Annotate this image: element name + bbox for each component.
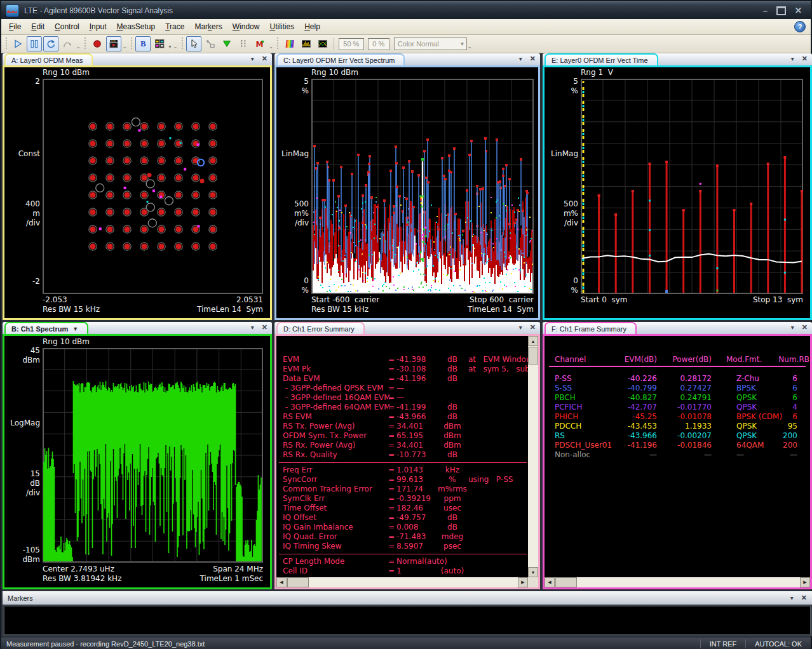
- move-trace-button[interactable]: [203, 36, 218, 51]
- error-summary-row: Time Offset=182.46usec: [276, 504, 528, 513]
- layout-dropdown-icon[interactable]: ▾: [168, 44, 171, 50]
- pause-button[interactable]: [27, 36, 42, 51]
- menu-item-help[interactable]: Help: [299, 20, 325, 33]
- tab-label: E: Layer0 OFDM Err Vect Time: [551, 57, 648, 64]
- spectrogram-icon: [301, 39, 311, 49]
- toolbar-drag-handle[interactable]: [180, 37, 184, 50]
- band-markers-button[interactable]: [236, 36, 251, 51]
- y-axis-scale-label: 500m%/div: [545, 199, 578, 228]
- group-overflow-icon[interactable]: ⌄: [468, 44, 472, 50]
- menu-item-window[interactable]: Window: [227, 20, 265, 33]
- toolbar-drag-handle[interactable]: [4, 37, 8, 50]
- peak-search-button[interactable]: [219, 36, 234, 51]
- scrollbar-thumb[interactable]: [555, 577, 577, 587]
- tab-ch1-spectrum[interactable]: B: Ch1 Spectrum▼: [4, 322, 88, 334]
- evm-time-plot[interactable]: [581, 79, 803, 294]
- constellation-plot[interactable]: [43, 79, 263, 294]
- display-layout-button[interactable]: [152, 36, 167, 51]
- menu-item-trace[interactable]: Trace: [160, 20, 189, 33]
- menu-item-control[interactable]: Control: [50, 20, 85, 33]
- panel-minimize-icon[interactable]: ▾: [251, 324, 254, 331]
- zoom-percent-field[interactable]: 50 %: [339, 38, 364, 50]
- band-lines-icon: [238, 39, 248, 49]
- tab-ch1-frame-summary[interactable]: F: Ch1 Frame Summary: [545, 322, 637, 334]
- maximize-icon[interactable]: [776, 6, 786, 15]
- play-button[interactable]: [10, 36, 25, 51]
- marker-button[interactable]: M: [252, 36, 267, 51]
- minimize-icon[interactable]: –: [763, 6, 768, 15]
- group-overflow-icon[interactable]: ⌄: [269, 44, 273, 50]
- offset-percent-field[interactable]: 0 %: [368, 38, 389, 50]
- scrollbar-thumb[interactable]: [287, 577, 309, 587]
- x-axis-right-label: Stop 13 sym: [753, 295, 803, 304]
- eye-diagram-button[interactable]: [315, 36, 330, 51]
- panel-minimize-icon[interactable]: ▾: [791, 324, 794, 331]
- toolbar-drag-handle[interactable]: [130, 37, 133, 50]
- panel-close-icon[interactable]: ✕: [262, 55, 267, 63]
- toolbar-separator: [334, 37, 334, 50]
- menu-item-file[interactable]: File: [4, 20, 26, 33]
- panel-close-icon[interactable]: ✕: [262, 323, 267, 331]
- toolbar-drag-handle[interactable]: [276, 37, 280, 50]
- panel-minimize-icon[interactable]: ▾: [791, 55, 794, 62]
- panel-minimize-icon[interactable]: ▾: [519, 324, 522, 331]
- tab-ch1-error-summary[interactable]: D: Ch1 Error Summary: [276, 322, 365, 334]
- scroll-right-icon[interactable]: ▶: [518, 577, 528, 587]
- b-trace-label: B: [140, 39, 146, 49]
- menu-item-markers[interactable]: Markers: [189, 20, 227, 33]
- range-label: Rng 1 V: [581, 68, 613, 77]
- group-overflow-icon[interactable]: ⌄: [76, 44, 81, 50]
- autocal-status: AUTOCAL: OK: [745, 639, 811, 648]
- scroll-up-icon[interactable]: ▲: [528, 336, 538, 346]
- panel-close-icon[interactable]: ✕: [802, 55, 808, 63]
- error-summary-row: RS Tx. Power (Avg)=34.401dBm: [276, 422, 528, 431]
- panel-minimize-icon[interactable]: ▾: [519, 55, 522, 62]
- tab-dropdown-icon[interactable]: ▼: [72, 326, 78, 332]
- error-summary-row: IQ Gain Imbalance=0.008dB: [276, 523, 528, 532]
- panel-close-icon[interactable]: ✕: [530, 55, 536, 63]
- menu-item-utilities[interactable]: Utilities: [264, 20, 299, 33]
- panel-close-icon[interactable]: ✕: [802, 323, 808, 331]
- error-summary-row: CP Length Mode=Normal(auto): [276, 557, 528, 566]
- menu-item-input[interactable]: Input: [85, 20, 112, 33]
- color-map-button[interactable]: [282, 36, 297, 51]
- panel-ch1-frame-summary: F: Ch1 Frame Summary ▾✕ ChannelEVM(dB)Po…: [543, 322, 812, 589]
- record-button[interactable]: [90, 36, 105, 51]
- panel-close-icon[interactable]: ✕: [530, 323, 536, 331]
- toolbar-drag-handle[interactable]: [84, 37, 87, 50]
- panel-tabstrip: B: Ch1 Spectrum▼ ▾✕: [3, 322, 272, 334]
- panel-minimize-icon[interactable]: ▾: [251, 55, 254, 62]
- horizontal-scrollbar[interactable]: ◀ ▶: [545, 577, 810, 587]
- vertical-scrollbar[interactable]: ▲ ▼: [528, 336, 538, 577]
- spectrum-plot[interactable]: [43, 348, 263, 563]
- scroll-right-icon[interactable]: ▶: [800, 577, 810, 587]
- tab-err-vect-spectrum[interactable]: C: Layer0 OFDM Err Vect Spectrum: [276, 53, 405, 65]
- y-axis-top-label: 5%: [276, 77, 309, 96]
- menu-item-edit[interactable]: Edit: [26, 20, 50, 33]
- scroll-down-icon[interactable]: ▼: [528, 567, 538, 577]
- chevron-down-icon: ▾: [461, 41, 464, 47]
- tab-layer0-ofdm-meas[interactable]: A: Layer0 OFDM Meas: [4, 53, 93, 65]
- b-trace-button[interactable]: B: [135, 36, 151, 51]
- pointer-button[interactable]: [186, 36, 201, 51]
- frame-summary-row: Non-alloc————: [545, 450, 810, 460]
- tab-err-vect-time[interactable]: E: Layer0 OFDM Err Vect Time: [545, 53, 658, 65]
- menu-item-meassetup[interactable]: MeasSetup: [111, 20, 160, 33]
- scroll-left-icon[interactable]: ◀: [276, 577, 287, 587]
- close-icon[interactable]: ✕: [795, 6, 802, 15]
- error-summary-row: OFDM Sym. Tx. Power=65.195dBm: [276, 431, 528, 441]
- panel-close-icon[interactable]: ✕: [801, 594, 807, 602]
- panel-minimize-icon[interactable]: ▾: [790, 594, 794, 601]
- horizontal-scrollbar[interactable]: ◀ ▶: [276, 577, 528, 587]
- scroll-left-icon[interactable]: ◀: [545, 577, 555, 587]
- scrollbar-thumb[interactable]: [528, 347, 538, 365]
- restart-button[interactable]: [43, 36, 58, 51]
- header-underline: [549, 366, 806, 367]
- spectrogram-button[interactable]: [299, 36, 314, 51]
- group-overflow-icon[interactable]: ⌄: [123, 44, 127, 50]
- color-mode-select[interactable]: Color Normal ▾: [394, 37, 467, 50]
- help-question-icon[interactable]: ?: [794, 21, 806, 32]
- recorder-playback-button[interactable]: [106, 36, 121, 51]
- evm-spectrum-plot[interactable]: [311, 79, 534, 294]
- group-overflow-icon[interactable]: ⌄: [173, 44, 177, 50]
